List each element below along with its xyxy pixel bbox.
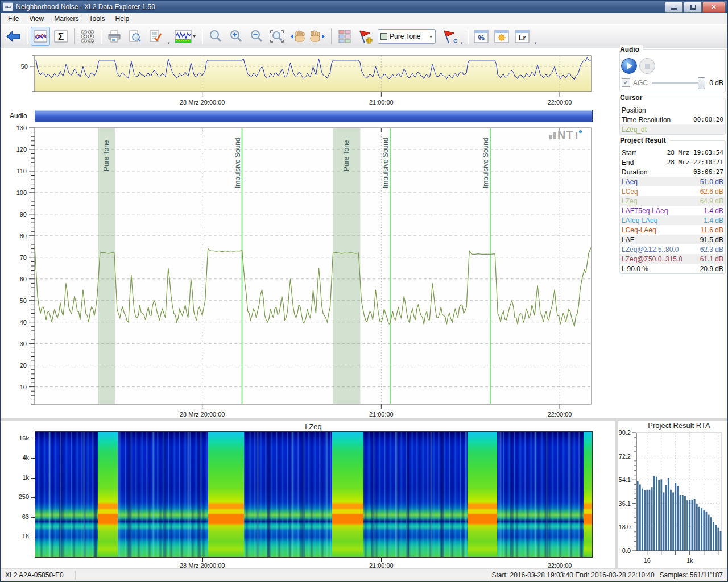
cursor-row[interactable]: LZeq_dt — [620, 124, 725, 134]
rta-bar[interactable] — [665, 485, 667, 551]
rta-bar[interactable] — [689, 500, 690, 551]
toolbar-overflow-button-3[interactable] — [533, 27, 538, 45]
rta-bar[interactable] — [668, 478, 669, 551]
rta-bar[interactable] — [651, 487, 653, 551]
result-row[interactable]: LZeq@Σ12.5..80.062.3 dB — [620, 244, 725, 254]
play-button[interactable] — [621, 58, 637, 74]
audio-seek-bar[interactable] — [35, 110, 593, 122]
result-row[interactable]: LZeq64.9 dB — [620, 196, 725, 206]
result-row[interactable]: LAFT5eq-LAeq1.4 dB — [620, 206, 725, 215]
rta-bar[interactable] — [656, 477, 657, 551]
zoom-in-button[interactable] — [226, 27, 246, 46]
rta-bar[interactable] — [644, 490, 646, 551]
info-row: Start28 Mrz 19:03:54 — [620, 148, 725, 157]
level-history-chart[interactable]: 28 Mrz 20:00:0021:00:0022:00:00Pure Tone… — [1, 124, 615, 420]
rating-level-button[interactable]: Lr — [512, 27, 532, 46]
rta-bar[interactable] — [682, 495, 684, 551]
result-row[interactable]: LZeq@Σ50.0..315.061.1 dB — [620, 254, 725, 264]
rta-bar[interactable] — [646, 490, 648, 551]
spectrogram[interactable] — [35, 431, 593, 558]
rta-bar[interactable] — [694, 499, 696, 551]
chart-view-button[interactable] — [31, 27, 50, 46]
rta-bar[interactable] — [701, 508, 702, 551]
rta-bar[interactable] — [706, 512, 708, 551]
rta-bar[interactable] — [649, 490, 651, 551]
rta-bar[interactable] — [670, 490, 672, 551]
table-view-button[interactable]: Σ — [51, 27, 71, 46]
add-marker-button[interactable] — [355, 27, 375, 46]
minimize-button[interactable] — [665, 2, 683, 13]
print-preview-button[interactable] — [125, 27, 144, 46]
marker-settings-button[interactable]: ⚙ — [439, 27, 458, 46]
rta-bar[interactable] — [713, 522, 714, 551]
result-row[interactable]: LAeq51.0 dB — [620, 177, 725, 186]
toolbar-overflow-button[interactable] — [166, 27, 171, 45]
gain-slider[interactable] — [652, 82, 705, 84]
rta-bar[interactable] — [710, 517, 712, 551]
menu-item-tools[interactable]: Tools — [84, 14, 110, 24]
day-night-button[interactable] — [492, 27, 511, 46]
back-button[interactable] — [4, 27, 23, 46]
curve-select-button[interactable] — [172, 27, 198, 46]
result-row[interactable]: L 90.0 %20.9 dB — [620, 264, 725, 273]
row-label: LCeq-LAeq — [622, 226, 701, 234]
marker-type-select[interactable]: Pure Tone — [378, 29, 436, 44]
pan-right-button[interactable] — [308, 27, 328, 46]
spectrogram-x-tick — [381, 558, 382, 562]
zoom-fit-button[interactable] — [267, 27, 287, 46]
rta-bar[interactable] — [696, 504, 698, 551]
rta-bar[interactable] — [653, 476, 655, 551]
rta-bar[interactable] — [677, 486, 679, 551]
stop-button[interactable] — [639, 58, 655, 74]
menu-item-help[interactable]: Help — [110, 14, 135, 24]
zoom-out-button[interactable] — [247, 27, 266, 46]
result-row[interactable]: LAE91.5 dB — [620, 235, 725, 244]
pan-left-button[interactable] — [288, 27, 307, 46]
rta-bar[interactable] — [658, 480, 660, 551]
rta-bar[interactable] — [698, 507, 700, 551]
rta-bar[interactable] — [639, 485, 641, 551]
menu-item-view[interactable]: View — [24, 14, 49, 24]
agc-checkbox[interactable] — [622, 78, 630, 87]
close-button[interactable]: ✕ — [702, 2, 725, 13]
zoom-cursor-button[interactable] — [206, 27, 225, 46]
gain-slider-handle[interactable] — [698, 77, 705, 89]
rta-bar[interactable] — [660, 479, 662, 551]
spectrogram-y-tick — [31, 458, 35, 459]
toolbar-overflow-button-2[interactable] — [459, 27, 464, 45]
rta-bar[interactable] — [663, 492, 665, 551]
rta-bar[interactable] — [720, 531, 722, 551]
menu-item-file[interactable]: File — [3, 14, 24, 24]
rta-bar[interactable] — [715, 525, 717, 551]
weighting-matrix-button[interactable]: AS CF ZEQ — [78, 27, 97, 46]
menu-item-markers[interactable]: Markers — [49, 14, 84, 24]
row-value: 61.1 dB — [700, 255, 723, 263]
status-device: XL2 A2A-05850-E0 — [1, 571, 76, 580]
rta-bar[interactable] — [672, 492, 674, 551]
gain-value: 0 dB — [709, 79, 723, 87]
print-button[interactable] — [105, 27, 124, 46]
result-row[interactable]: LAIeq-LAeq1.4 dB — [620, 215, 725, 225]
svg-text:C: C — [83, 34, 85, 38]
rta-bar[interactable] — [717, 528, 719, 551]
result-row[interactable]: LCeq-LAeq11.6 dB — [620, 225, 725, 235]
rta-bar[interactable] — [703, 510, 705, 551]
rta-bar-chart[interactable]: Project Result RTA90.272.254.136.118.00.… — [618, 420, 728, 570]
marker-colors-button[interactable] — [335, 27, 354, 46]
report-button[interactable] — [146, 27, 165, 46]
rta-bar[interactable] — [686, 500, 688, 551]
rta-bar[interactable] — [692, 500, 693, 551]
audio-track-label: Audio — [10, 112, 27, 120]
zoom-out-icon — [250, 30, 263, 43]
svg-text:EQ: EQ — [89, 39, 94, 42]
percent-view-button[interactable]: % — [471, 27, 491, 46]
rta-bar[interactable] — [708, 515, 710, 551]
result-row[interactable]: LCeq62.6 dB — [620, 186, 725, 196]
rta-bar[interactable] — [642, 489, 643, 551]
rta-bar[interactable] — [684, 496, 686, 551]
rta-bar[interactable] — [675, 483, 676, 551]
svg-text:54.1: 54.1 — [619, 476, 631, 483]
rta-bar[interactable] — [637, 481, 639, 551]
restore-button[interactable] — [684, 2, 702, 13]
rta-bar[interactable] — [680, 495, 681, 551]
